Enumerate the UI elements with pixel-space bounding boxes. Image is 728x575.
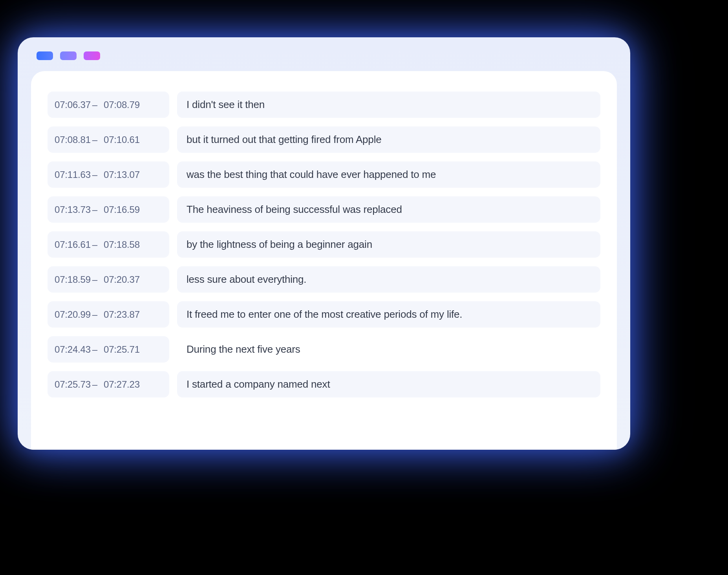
transcript-row[interactable]: 07:20.99 – 07:23.87 It freed me to enter… — [48, 301, 600, 328]
timestamp-cell[interactable]: 07:20.99 – 07:23.87 — [48, 301, 169, 328]
timestamp-cell[interactable]: 07:16.61 – 07:18.58 — [48, 231, 169, 258]
timestamp-end: 07:18.58 — [104, 239, 140, 250]
window-control-dot-2[interactable] — [60, 51, 77, 60]
transcript-text-cell[interactable]: was the best thing that could have ever … — [177, 161, 600, 188]
transcript-text: I started a company named next — [187, 378, 330, 390]
timestamp-dash: – — [92, 309, 97, 320]
timestamp-cell[interactable]: 07:11.63 – 07:13.07 — [48, 161, 169, 188]
timestamp-cell[interactable]: 07:24.43 – 07:25.71 — [48, 336, 169, 363]
timestamp-end: 07:10.61 — [104, 134, 140, 145]
timestamp-dash: – — [92, 204, 97, 215]
transcript-text: It freed me to enter one of the most cre… — [187, 308, 462, 320]
timestamp-cell[interactable]: 07:18.59 – 07:20.37 — [48, 266, 169, 293]
timestamp-start: 07:16.61 — [55, 239, 91, 250]
timestamp-cell[interactable]: 07:25.73 – 07:27.23 — [48, 371, 169, 397]
timestamp-dash: – — [92, 99, 97, 110]
timestamp-start: 07:24.43 — [55, 344, 91, 355]
timestamp-cell[interactable]: 07:08.81 – 07:10.61 — [48, 126, 169, 153]
transcript-row[interactable]: 07:18.59 – 07:20.37 less sure about ever… — [48, 266, 600, 293]
transcript-window: 07:06.37 – 07:08.79 I didn't see it then… — [18, 37, 630, 450]
timestamp-start: 07:13.73 — [55, 204, 91, 215]
timestamp-dash: – — [92, 239, 97, 250]
window-controls — [31, 48, 617, 71]
timestamp-end: 07:25.71 — [104, 344, 140, 355]
window-control-dot-3[interactable] — [84, 51, 100, 60]
transcript-row[interactable]: 07:24.43 – 07:25.71 During the next five… — [48, 336, 600, 363]
transcript-text: by the lightness of being a beginner aga… — [187, 238, 372, 251]
transcript-text-cell[interactable]: The heaviness of being successful was re… — [177, 196, 600, 223]
timestamp-start: 07:25.73 — [55, 379, 91, 390]
transcript-row[interactable]: 07:13.73 – 07:16.59 The heaviness of bei… — [48, 196, 600, 223]
timestamp-end: 07:08.79 — [104, 99, 140, 110]
transcript-text: I didn't see it then — [187, 99, 265, 111]
transcript-row[interactable]: 07:08.81 – 07:10.61 but it turned out th… — [48, 126, 600, 153]
transcript-text-cell[interactable]: I started a company named next — [177, 371, 600, 397]
transcript-text-cell[interactable]: less sure about everything. — [177, 266, 600, 293]
timestamp-end: 07:27.23 — [104, 379, 140, 390]
timestamp-start: 07:08.81 — [55, 134, 91, 145]
timestamp-start: 07:06.37 — [55, 99, 91, 110]
transcript-text-cell[interactable]: I didn't see it then — [177, 92, 600, 118]
timestamp-start: 07:18.59 — [55, 274, 91, 285]
transcript-row[interactable]: 07:16.61 – 07:18.58 by the lightness of … — [48, 231, 600, 258]
transcript-text-cell[interactable]: It freed me to enter one of the most cre… — [177, 301, 600, 328]
timestamp-dash: – — [92, 169, 97, 180]
timestamp-end: 07:23.87 — [104, 309, 140, 320]
transcript-text-cell[interactable]: but it turned out that getting fired fro… — [177, 126, 600, 153]
transcript-text: was the best thing that could have ever … — [187, 168, 436, 181]
timestamp-dash: – — [92, 344, 97, 355]
transcript-text: During the next five years — [187, 343, 300, 355]
transcript-text-cell[interactable]: by the lightness of being a beginner aga… — [177, 231, 600, 258]
timestamp-end: 07:16.59 — [104, 204, 140, 215]
transcript-text: less sure about everything. — [187, 273, 306, 286]
timestamp-cell[interactable]: 07:13.73 – 07:16.59 — [48, 196, 169, 223]
transcript-text: but it turned out that getting fired fro… — [187, 134, 381, 146]
transcript-text: The heaviness of being successful was re… — [187, 203, 402, 216]
transcript-row[interactable]: 07:06.37 – 07:08.79 I didn't see it then — [48, 92, 600, 118]
transcript-text-cell[interactable]: During the next five years — [177, 336, 600, 363]
timestamp-dash: – — [92, 274, 97, 285]
transcript-row[interactable]: 07:25.73 – 07:27.23 I started a company … — [48, 371, 600, 397]
timestamp-end: 07:13.07 — [104, 169, 140, 180]
timestamp-dash: – — [92, 379, 97, 390]
timestamp-cell[interactable]: 07:06.37 – 07:08.79 — [48, 92, 169, 118]
timestamp-start: 07:20.99 — [55, 309, 91, 320]
transcript-row[interactable]: 07:11.63 – 07:13.07 was the best thing t… — [48, 161, 600, 188]
timestamp-start: 07:11.63 — [55, 169, 91, 180]
transcript-panel: 07:06.37 – 07:08.79 I didn't see it then… — [31, 71, 617, 450]
timestamp-dash: – — [92, 134, 97, 145]
timestamp-end: 07:20.37 — [104, 274, 140, 285]
window-control-dot-1[interactable] — [37, 51, 53, 60]
